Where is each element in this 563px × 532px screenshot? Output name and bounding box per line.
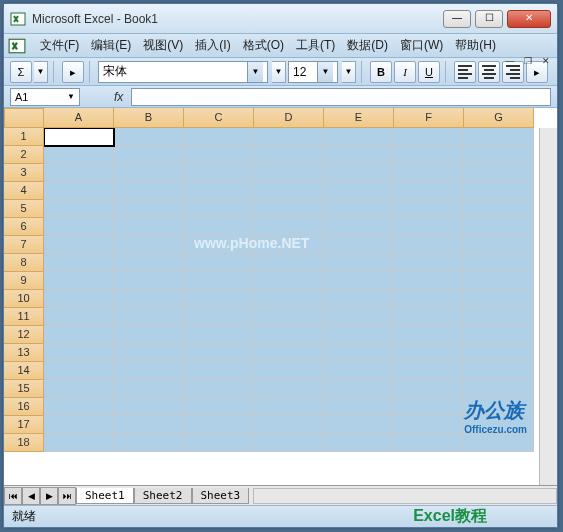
autosum-dropdown[interactable]: ▼	[34, 61, 48, 83]
cell-B18[interactable]	[114, 434, 184, 452]
cell-E14[interactable]	[324, 362, 394, 380]
doc-close-button[interactable]: ✕	[539, 55, 553, 69]
cell-B4[interactable]	[114, 182, 184, 200]
cell-E16[interactable]	[324, 398, 394, 416]
cell-C16[interactable]	[184, 398, 254, 416]
cell-C13[interactable]	[184, 344, 254, 362]
row-header-4[interactable]: 4	[4, 182, 44, 200]
cell-G2[interactable]	[464, 146, 534, 164]
cell-D18[interactable]	[254, 434, 324, 452]
cell-C7[interactable]	[184, 236, 254, 254]
row-header-3[interactable]: 3	[4, 164, 44, 182]
cell-C11[interactable]	[184, 308, 254, 326]
row-header-12[interactable]: 12	[4, 326, 44, 344]
cell-E5[interactable]	[324, 200, 394, 218]
cell-B14[interactable]	[114, 362, 184, 380]
cell-E11[interactable]	[324, 308, 394, 326]
menu-help[interactable]: 帮助(H)	[449, 35, 502, 56]
cell-C5[interactable]	[184, 200, 254, 218]
cell-D11[interactable]	[254, 308, 324, 326]
cell-F5[interactable]	[394, 200, 464, 218]
italic-button[interactable]: I	[394, 61, 416, 83]
cell-D10[interactable]	[254, 290, 324, 308]
cell-A10[interactable]	[44, 290, 114, 308]
cell-G13[interactable]	[464, 344, 534, 362]
menu-insert[interactable]: 插入(I)	[189, 35, 236, 56]
select-all-corner[interactable]	[4, 108, 44, 128]
cell-G7[interactable]	[464, 236, 534, 254]
cell-F10[interactable]	[394, 290, 464, 308]
chevron-down-icon[interactable]: ▼	[67, 92, 75, 101]
align-left-button[interactable]	[454, 61, 476, 83]
column-header-D[interactable]: D	[254, 108, 324, 128]
row-header-2[interactable]: 2	[4, 146, 44, 164]
cell-C15[interactable]	[184, 380, 254, 398]
cell-B1[interactable]	[114, 128, 184, 146]
tab-nav-last[interactable]: ⏭	[58, 487, 76, 505]
cell-B3[interactable]	[114, 164, 184, 182]
cell-C1[interactable]	[184, 128, 254, 146]
horizontal-scrollbar[interactable]	[253, 488, 557, 504]
column-header-E[interactable]: E	[324, 108, 394, 128]
column-header-A[interactable]: A	[44, 108, 114, 128]
cell-A4[interactable]	[44, 182, 114, 200]
cell-C6[interactable]	[184, 218, 254, 236]
cell-B10[interactable]	[114, 290, 184, 308]
cell-C17[interactable]	[184, 416, 254, 434]
cell-A9[interactable]	[44, 272, 114, 290]
cell-E2[interactable]	[324, 146, 394, 164]
cell-D13[interactable]	[254, 344, 324, 362]
cell-B6[interactable]	[114, 218, 184, 236]
cell-G10[interactable]	[464, 290, 534, 308]
cell-C18[interactable]	[184, 434, 254, 452]
row-header-9[interactable]: 9	[4, 272, 44, 290]
cell-G9[interactable]	[464, 272, 534, 290]
cell-A1[interactable]	[44, 128, 114, 146]
column-header-B[interactable]: B	[114, 108, 184, 128]
bold-button[interactable]: B	[370, 61, 392, 83]
column-header-G[interactable]: G	[464, 108, 534, 128]
cell-F9[interactable]	[394, 272, 464, 290]
cell-D9[interactable]	[254, 272, 324, 290]
minimize-button[interactable]: —	[443, 10, 471, 28]
cell-F3[interactable]	[394, 164, 464, 182]
cell-C4[interactable]	[184, 182, 254, 200]
doc-minimize-button[interactable]: —	[503, 55, 517, 69]
cell-C8[interactable]	[184, 254, 254, 272]
cell-B15[interactable]	[114, 380, 184, 398]
cell-G18[interactable]	[464, 434, 534, 452]
formula-input[interactable]	[131, 88, 551, 106]
cell-G15[interactable]	[464, 380, 534, 398]
cell-D17[interactable]	[254, 416, 324, 434]
cell-B16[interactable]	[114, 398, 184, 416]
font-name-selector[interactable]: 宋体 ▼	[98, 61, 268, 83]
menu-window[interactable]: 窗口(W)	[394, 35, 449, 56]
cell-F13[interactable]	[394, 344, 464, 362]
row-header-1[interactable]: 1	[4, 128, 44, 146]
menu-format[interactable]: 格式(O)	[237, 35, 290, 56]
cell-F7[interactable]	[394, 236, 464, 254]
size-dropdown-extra[interactable]: ▼	[342, 61, 356, 83]
chevron-down-icon[interactable]: ▼	[317, 62, 333, 82]
sheet-tab-sheet1[interactable]: Sheet1	[76, 488, 134, 504]
row-header-8[interactable]: 8	[4, 254, 44, 272]
cell-D12[interactable]	[254, 326, 324, 344]
cell-C10[interactable]	[184, 290, 254, 308]
cell-B17[interactable]	[114, 416, 184, 434]
cell-B12[interactable]	[114, 326, 184, 344]
cell-E17[interactable]	[324, 416, 394, 434]
toolbar-options-button[interactable]: ▸	[62, 61, 84, 83]
cell-E12[interactable]	[324, 326, 394, 344]
cell-E8[interactable]	[324, 254, 394, 272]
cell-A7[interactable]	[44, 236, 114, 254]
cell-E18[interactable]	[324, 434, 394, 452]
cell-F14[interactable]	[394, 362, 464, 380]
menu-data[interactable]: 数据(D)	[341, 35, 394, 56]
excel-doc-icon[interactable]	[8, 37, 26, 55]
cell-D1[interactable]	[254, 128, 324, 146]
cell-E13[interactable]	[324, 344, 394, 362]
menu-file[interactable]: 文件(F)	[34, 35, 85, 56]
doc-restore-button[interactable]: ❐	[521, 55, 535, 69]
tab-nav-first[interactable]: ⏮	[4, 487, 22, 505]
cell-E9[interactable]	[324, 272, 394, 290]
